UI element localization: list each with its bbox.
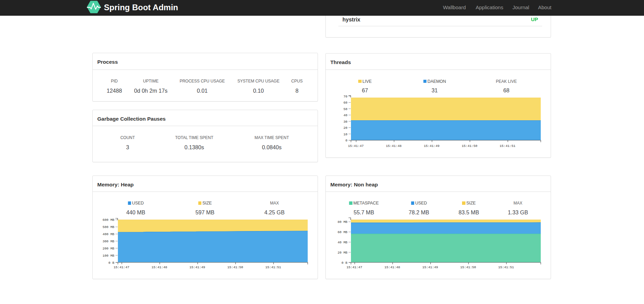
svg-text:0 B: 0 B — [341, 261, 348, 265]
svg-text:15:41:50: 15:41:50 — [227, 265, 243, 269]
svg-text:20 MB: 20 MB — [338, 251, 348, 255]
svg-text:400 MB: 400 MB — [103, 232, 114, 236]
svg-text:10: 10 — [343, 133, 348, 136]
svg-text:15:41:47: 15:41:47 — [347, 265, 362, 269]
svg-text:60: 60 — [343, 101, 348, 105]
svg-text:15:41:49: 15:41:49 — [423, 265, 438, 269]
svg-text:0: 0 — [346, 139, 348, 142]
svg-text:15:41:51: 15:41:51 — [265, 265, 281, 269]
svg-text:15:41:48: 15:41:48 — [384, 265, 400, 269]
svg-text:40: 40 — [343, 113, 348, 117]
svg-text:30: 30 — [343, 120, 348, 124]
svg-text:500 MB: 500 MB — [103, 225, 114, 229]
svg-text:200 MB: 200 MB — [103, 247, 114, 250]
svg-text:20: 20 — [343, 126, 348, 130]
svg-text:0 B: 0 B — [108, 261, 114, 265]
svg-text:15:41:51: 15:41:51 — [500, 144, 515, 148]
svg-text:15:41:50: 15:41:50 — [460, 265, 476, 269]
svg-text:600 MB: 600 MB — [103, 218, 114, 222]
svg-text:15:41:49: 15:41:49 — [189, 265, 205, 269]
svg-text:300 MB: 300 MB — [103, 240, 114, 243]
svg-text:15:41:47: 15:41:47 — [113, 265, 129, 269]
svg-text:50: 50 — [343, 107, 348, 111]
svg-text:100 MB: 100 MB — [103, 254, 114, 258]
svg-text:15:41:49: 15:41:49 — [424, 144, 440, 148]
svg-text:15:41:51: 15:41:51 — [498, 265, 514, 269]
svg-text:15:41:47: 15:41:47 — [348, 144, 364, 148]
svg-text:15:41:48: 15:41:48 — [386, 144, 401, 148]
svg-text:15:41:50: 15:41:50 — [462, 144, 477, 148]
svg-text:15:41:48: 15:41:48 — [152, 265, 167, 269]
svg-text:70: 70 — [343, 95, 348, 98]
svg-text:60 MB: 60 MB — [338, 230, 348, 234]
svg-text:40 MB: 40 MB — [338, 241, 348, 244]
svg-text:80 MB: 80 MB — [338, 220, 348, 224]
